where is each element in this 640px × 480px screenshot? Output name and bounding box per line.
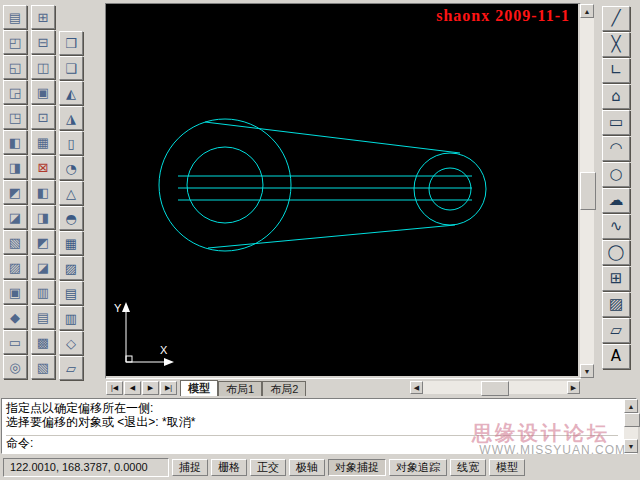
vertical-scrollbar[interactable]: ▲ ▼ [580, 4, 594, 378]
layout1-tab[interactable]: 布局1 [218, 381, 262, 396]
ucs-object-button[interactable]: ⊡ [31, 105, 55, 129]
region-button[interactable]: ▱ [602, 318, 630, 343]
model-space-button[interactable]: 模型 [489, 459, 525, 476]
ucs-apply-button[interactable]: ▩ [31, 330, 55, 354]
command-window[interactable]: 指定点以确定偏移所在一侧:选择要偏移的对象或 <退出>: *取消* 命令: [1, 398, 637, 454]
circle-button[interactable]: ○ [602, 162, 630, 187]
ucs-button[interactable]: ⊞ [31, 5, 55, 29]
tabulated-surface-button[interactable]: ▥ [59, 306, 83, 330]
arc-button[interactable]: ◠ [602, 136, 630, 161]
scroll-right-button[interactable]: ▶ [567, 381, 580, 394]
camera-button[interactable]: ▣ [3, 280, 27, 304]
horizontal-scrollbar[interactable]: ◀ ▶ [410, 381, 580, 394]
tab-first-button[interactable]: |◀ [106, 381, 123, 395]
toolbar-draw: ╱╳∟⌂▭◠○☁∿◯⊞▨▱A [602, 6, 630, 369]
bottom-view-button[interactable]: ◱ [3, 55, 27, 79]
insert-block-button[interactable]: ⊞ [602, 266, 630, 291]
line-button[interactable]: ╱ [602, 6, 630, 31]
ortho-button[interactable]: 正交 [250, 459, 286, 476]
3d-orbit-icon: ◎ [9, 361, 20, 374]
sphere-surface-button[interactable]: ◔ [59, 156, 83, 180]
hatch-button[interactable]: ▨ [602, 292, 630, 317]
autocad-window: ▤◰◱◲◳◧◨◩◪▧▨▣◆▭◎ ⊞⊟◫▣⊡▦⊠◧◨◩◪▥▤▩▧ ❒❑◭◮▯◔△◓… [0, 0, 640, 480]
left-view-button[interactable]: ◲ [3, 80, 27, 104]
se-isometric-button[interactable]: ◪ [3, 205, 27, 229]
lineweight-button[interactable]: 线宽 [450, 459, 486, 476]
ruled-surface-button[interactable]: ▤ [59, 281, 83, 305]
ucs-x-icon: ◩ [37, 236, 49, 249]
pan-button[interactable]: ◆ [3, 305, 27, 329]
rectangle-button[interactable]: ▭ [602, 110, 630, 135]
snap-button[interactable]: 捕捉 [172, 459, 208, 476]
arc-icon: ◠ [609, 141, 622, 156]
tab-last-button[interactable]: ▶| [160, 381, 177, 395]
tab-next-button[interactable]: ▶ [142, 381, 159, 395]
otrack-button[interactable]: 对象追踪 [389, 459, 447, 476]
ucs-3point-button[interactable]: ◨ [31, 205, 55, 229]
sw-isometric-button[interactable]: ◩ [3, 180, 27, 204]
cone-surface-button[interactable]: ◭ [59, 81, 83, 105]
insert-block-icon: ⊞ [610, 271, 623, 286]
right-view-button[interactable]: ◳ [3, 105, 27, 129]
ucs-world-button[interactable]: ⊟ [31, 30, 55, 54]
ellipse-button[interactable]: ◯ [602, 240, 630, 265]
visual-style-button[interactable]: ▧ [31, 355, 55, 379]
polyline-button[interactable]: ∟ [602, 58, 630, 83]
planar-surface-button[interactable]: ▱ [59, 356, 83, 380]
polar-button[interactable]: 极轴 [289, 459, 325, 476]
line-icon: ╱ [611, 11, 620, 26]
circle-icon: ○ [609, 167, 622, 182]
construction-line-button[interactable]: ╳ [602, 32, 630, 57]
mesh-surface-button[interactable]: ▦ [59, 231, 83, 255]
revision-cloud-button[interactable]: ☁ [602, 188, 630, 213]
region-icon: ▱ [610, 323, 622, 338]
nw-isometric-button[interactable]: ▨ [3, 255, 27, 279]
horizontal-scroll-track[interactable] [423, 381, 567, 394]
scroll-left-button[interactable]: ◀ [410, 381, 423, 394]
command-scroll-up-button[interactable]: ▲ [624, 399, 638, 413]
ucs-zaxis-button[interactable]: ◧ [31, 180, 55, 204]
command-prompt[interactable]: 命令: [6, 435, 618, 451]
ucs-y-button[interactable]: ◪ [31, 255, 55, 279]
spline-button[interactable]: ∿ [602, 214, 630, 239]
revolved-surface-button[interactable]: ◇ [59, 331, 83, 355]
ucs-z-button[interactable]: ▥ [31, 280, 55, 304]
zoom-window-button[interactable]: ▭ [3, 330, 27, 354]
multiline-text-button[interactable]: A [602, 344, 630, 369]
named-ucs-button[interactable]: ▤ [31, 305, 55, 329]
ucs-origin-button[interactable]: ⊠ [31, 155, 55, 179]
drawing-canvas[interactable]: shaonx 2009-11-1 Y X [106, 4, 578, 376]
ucs-face-button[interactable]: ▣ [31, 80, 55, 104]
ucs-x-button[interactable]: ◩ [31, 230, 55, 254]
osnap-button[interactable]: 对象捕捉 [328, 459, 386, 476]
scroll-up-button[interactable]: ▲ [580, 4, 594, 18]
vertical-scroll-thumb[interactable] [580, 172, 596, 210]
box-surface-button[interactable]: ❒ [59, 31, 83, 55]
model-tab[interactable]: 模型 [180, 380, 218, 396]
top-view-button[interactable]: ◰ [3, 30, 27, 54]
polygon-button[interactable]: ⌂ [602, 84, 630, 109]
dome-surface-button[interactable]: △ [59, 181, 83, 205]
named-views-button[interactable]: ▤ [3, 5, 27, 29]
ucs-view-button[interactable]: ▦ [31, 130, 55, 154]
horizontal-scroll-thumb[interactable] [481, 381, 509, 396]
layout2-tab[interactable]: 布局2 [262, 381, 306, 396]
zoom-window-icon: ▭ [9, 336, 21, 349]
wedge-surface-button[interactable]: ❑ [59, 56, 83, 80]
pyramid-surface-button[interactable]: ◮ [59, 106, 83, 130]
3d-orbit-button[interactable]: ◎ [3, 355, 27, 379]
cylinder-surface-button[interactable]: ▯ [59, 131, 83, 155]
dish-surface-button[interactable]: ◓ [59, 206, 83, 230]
command-scrollbar[interactable]: ▲ ▼ [624, 399, 638, 453]
scroll-down-button[interactable]: ▼ [580, 364, 594, 378]
ucs-previous-button[interactable]: ◫ [31, 55, 55, 79]
ne-isometric-button[interactable]: ▧ [3, 230, 27, 254]
grid-button[interactable]: 栅格 [211, 459, 247, 476]
front-view-button[interactable]: ◧ [3, 130, 27, 154]
back-view-button[interactable]: ◨ [3, 155, 27, 179]
edge-surface-button[interactable]: ▨ [59, 256, 83, 280]
wedge-surface-icon: ❑ [65, 62, 77, 75]
command-scroll-thumb[interactable] [624, 413, 640, 427]
tab-prev-button[interactable]: ◀ [124, 381, 141, 395]
command-scroll-down-button[interactable]: ▼ [624, 439, 638, 453]
